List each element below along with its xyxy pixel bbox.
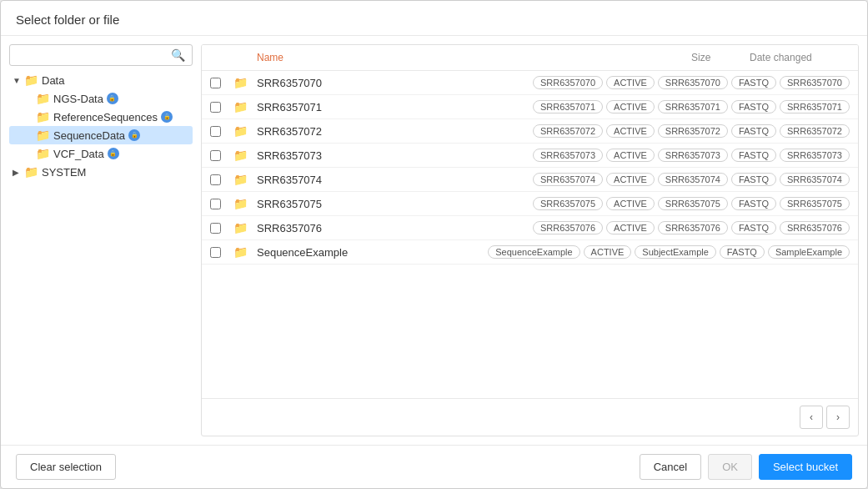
folder-icon-sequence-data: 📁 [36, 129, 50, 142]
tag: ACTIVE [606, 124, 655, 138]
tag: FASTQ [731, 221, 776, 234]
row-checkbox-1[interactable] [210, 102, 221, 113]
table-body: 📁SRR6357070SRR6357070ACTIVESRR6357070FAS… [202, 71, 858, 398]
prev-page-button[interactable]: ‹ [800, 406, 823, 429]
tag: SequenceExample [488, 245, 580, 259]
tree-item-reference-sequences[interactable]: 📁ReferenceSequences🔒 [9, 108, 193, 126]
table-row: 📁SRR6357070SRR6357070ACTIVESRR6357070FAS… [202, 71, 858, 95]
col-folder-header [233, 52, 257, 63]
row-checkbox-col-5 [210, 199, 233, 209]
table-row: 📁SRR6357074SRR6357074ACTIVESRR6357074FAS… [202, 168, 858, 192]
tag: FASTQ [731, 197, 776, 210]
row-tags-6: SRR6357076ACTIVESRR6357076FASTQSRR635707… [533, 221, 850, 234]
row-checkbox-6[interactable] [210, 223, 221, 234]
table-header: Name Size Date changed [202, 45, 858, 71]
tree-item-sequence-data[interactable]: 📁SequenceData🔒 [9, 126, 193, 144]
row-tags-1: SRR6357071ACTIVESRR6357071FASTQSRR635707… [533, 100, 850, 113]
row-name-5: SRR6357075 [257, 198, 533, 210]
row-name-6: SRR6357076 [257, 222, 533, 234]
tag: SRR6357070 [780, 76, 850, 89]
row-folder-icon-3: 📁 [233, 149, 257, 162]
search-icon: 🔍 [171, 48, 185, 62]
tree-label-vcf-data: VCF_Data [53, 148, 104, 160]
table-row: 📁SRR6357072SRR6357072ACTIVESRR6357072FAS… [202, 119, 858, 144]
search-input[interactable] [17, 49, 168, 62]
file-tree: ▼📁Data📁NGS-Data🔒📁ReferenceSequences🔒📁Seq… [9, 71, 193, 436]
table-row: 📁SRR6357076SRR6357076ACTIVESRR6357076FAS… [202, 216, 858, 240]
row-checkbox-2[interactable] [210, 126, 221, 137]
tag: ACTIVE [606, 76, 655, 89]
row-checkbox-col-7 [210, 247, 233, 258]
dialog-footer: Clear selection Cancel OK Select bucket [1, 445, 867, 488]
select-bucket-button[interactable]: Select bucket [759, 454, 852, 480]
row-tags-4: SRR6357074ACTIVESRR6357074FASTQSRR635707… [533, 173, 850, 186]
tag: ACTIVE [606, 149, 655, 162]
right-panel: Name Size Date changed 📁SRR6357070SRR635… [201, 44, 859, 436]
cancel-button[interactable]: Cancel [640, 454, 701, 480]
row-name-4: SRR6357074 [257, 174, 533, 186]
tag: ACTIVE [584, 245, 632, 259]
row-tags-5: SRR6357075ACTIVESRR6357075FASTQSRR635707… [533, 197, 850, 210]
tag: SampleExample [768, 245, 850, 259]
footer-right: Cancel OK Select bucket [640, 454, 852, 480]
tag: SubjectExample [635, 245, 716, 259]
folder-icon-reference-sequences: 📁 [36, 110, 50, 124]
tree-label-ngs-data: NGS-Data [53, 93, 103, 105]
tree-label-sequence-data: SequenceData [53, 129, 125, 142]
row-checkbox-7[interactable] [210, 247, 221, 258]
tag: FASTQ [720, 245, 765, 259]
table-row: 📁SRR6357073SRR6357073ACTIVESRR6357073FAS… [202, 144, 858, 168]
ok-button[interactable]: OK [708, 454, 752, 480]
row-tags-2: SRR6357072ACTIVESRR6357072FASTQSRR635707… [533, 124, 850, 138]
tree-item-data[interactable]: ▼📁Data [9, 71, 193, 89]
lock-badge-sequence-data: 🔒 [128, 129, 140, 141]
next-page-button[interactable]: › [826, 406, 850, 429]
tag: FASTQ [731, 149, 776, 162]
tag: SRR6357072 [658, 124, 728, 138]
row-tags-0: SRR6357070ACTIVESRR6357070FASTQSRR635707… [533, 76, 850, 89]
tree-item-system[interactable]: ▶📁SYSTEM [9, 163, 193, 181]
lock-badge-vcf-data: 🔒 [108, 148, 119, 159]
tag: FASTQ [731, 76, 776, 89]
tag: SRR6357076 [780, 221, 850, 234]
table-row: 📁SRR6357075SRR6357075ACTIVESRR6357075FAS… [202, 192, 858, 216]
table-row: 📁SequenceExampleSequenceExampleACTIVESub… [202, 240, 858, 265]
tag: SRR6357070 [533, 76, 603, 89]
row-folder-icon-4: 📁 [233, 173, 257, 186]
row-checkbox-col-3 [210, 150, 233, 161]
tag: SRR6357070 [658, 76, 728, 89]
tag: FASTQ [731, 100, 776, 113]
row-name-0: SRR6357070 [257, 77, 533, 89]
row-tags-7: SequenceExampleACTIVESubjectExampleFASTQ… [488, 245, 850, 259]
tag: SRR6357074 [658, 173, 728, 186]
row-folder-icon-5: 📁 [233, 197, 257, 210]
pagination: ‹ › [202, 398, 858, 436]
folder-icon-vcf-data: 📁 [36, 147, 50, 160]
tree-item-ngs-data[interactable]: 📁NGS-Data🔒 [9, 89, 193, 108]
tag: SRR6357072 [533, 124, 603, 138]
tag: SRR6357071 [533, 100, 603, 113]
row-checkbox-5[interactable] [210, 199, 221, 209]
col-name-header: Name [257, 52, 691, 63]
row-checkbox-4[interactable] [210, 174, 221, 185]
folder-icon-data: 📁 [24, 73, 38, 87]
row-folder-icon-0: 📁 [233, 76, 257, 89]
left-panel: 🔍 ▼📁Data📁NGS-Data🔒📁ReferenceSequences🔒📁S… [9, 44, 193, 436]
table-row: 📁SRR6357071SRR6357071ACTIVESRR6357071FAS… [202, 95, 858, 119]
row-checkbox-col-2 [210, 126, 233, 137]
tree-item-vcf-data[interactable]: 📁VCF_Data🔒 [9, 144, 193, 163]
row-checkbox-0[interactable] [210, 78, 221, 88]
tag: SRR6357073 [780, 149, 850, 162]
tag: SRR6357075 [780, 197, 850, 210]
clear-selection-button[interactable]: Clear selection [16, 454, 116, 480]
tag: SRR6357074 [533, 173, 603, 186]
tag: SRR6357075 [533, 197, 603, 210]
row-checkbox-3[interactable] [210, 150, 221, 161]
col-date-header: Date changed [750, 52, 850, 63]
row-name-1: SRR6357071 [257, 101, 533, 113]
col-checkbox-header [210, 52, 233, 63]
tag: ACTIVE [606, 100, 655, 113]
row-name-7: SequenceExample [257, 246, 488, 259]
folder-icon-system: 📁 [24, 165, 38, 179]
lock-badge-ngs-data: 🔒 [107, 93, 118, 104]
